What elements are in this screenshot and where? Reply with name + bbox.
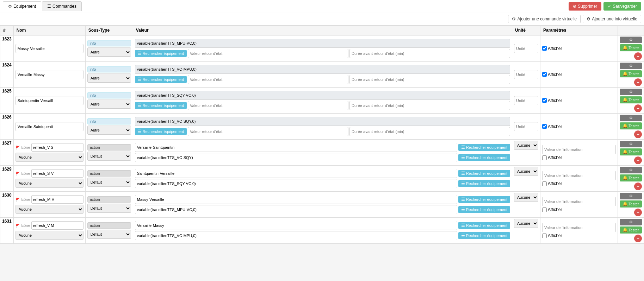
afficher-checkbox-1623[interactable] (542, 46, 547, 51)
nom-input-1626[interactable] (16, 122, 83, 131)
config-btn-1631[interactable]: ⚙ (620, 219, 642, 225)
duree-retour-input-1626[interactable] (349, 127, 510, 136)
afficher-label-1629[interactable]: Afficher (542, 181, 616, 186)
nom-select-1629[interactable]: Aucune (16, 179, 83, 188)
nom-input-1624[interactable] (16, 70, 83, 79)
remove-btn-1631[interactable]: − (634, 235, 642, 242)
config-btn-1630[interactable]: ⚙ (620, 193, 642, 199)
config-btn-1623[interactable]: ⚙ (620, 37, 642, 43)
unite-select-1627[interactable]: Aucune (514, 141, 538, 150)
valeur-top-input-1625[interactable] (135, 91, 510, 100)
nom-input-1623[interactable] (16, 44, 83, 53)
valeur-top-input-1624[interactable] (135, 65, 510, 74)
config-btn-1625[interactable]: ⚙ (620, 89, 642, 95)
search-equip-btn-1626[interactable]: ☰ Rechercher équipement (135, 128, 187, 135)
unite-select-1631[interactable]: Aucune (514, 219, 538, 228)
soustype-select-1623[interactable]: Autre (87, 47, 131, 57)
afficher-label-1627[interactable]: Afficher (542, 155, 616, 160)
unite-select-1629[interactable]: Aucune (514, 167, 538, 176)
valeur-top-input-1630[interactable] (135, 195, 457, 204)
remove-btn-1623[interactable]: − (634, 52, 642, 60)
valeur-info-input-1627[interactable] (542, 145, 616, 154)
search-equip-btn-1627-top[interactable]: ☰ Rechercher équipement (458, 144, 510, 151)
afficher-label-1625[interactable]: Afficher (542, 98, 616, 103)
add-virtual-info-button[interactable]: ⚙ Ajouter une info virtuelle (583, 15, 641, 23)
test-btn-1624[interactable]: 🔔 Tester (620, 70, 642, 77)
afficher-checkbox-label-1623[interactable]: Afficher (542, 46, 616, 51)
test-btn-1630[interactable]: 🔔 Tester (620, 200, 642, 207)
valeur-retour-input-1625[interactable] (188, 101, 348, 110)
remove-btn-1626[interactable]: − (634, 130, 642, 138)
afficher-label-1626[interactable]: Afficher (542, 124, 616, 129)
afficher-checkbox-1626[interactable] (542, 124, 547, 129)
search-equip-btn-1624-bot[interactable]: ☰ Rechercher équipement (135, 76, 187, 83)
config-btn-1627[interactable]: ⚙ (620, 141, 642, 147)
valeur-info-input-1630[interactable] (542, 197, 616, 206)
search-equip-btn-1630-top[interactable]: ☰ Rechercher équipement (458, 196, 510, 203)
afficher-checkbox-1631[interactable] (542, 234, 547, 238)
add-virtual-command-button[interactable]: ⚙ Ajouter une commande virtuelle (508, 15, 581, 23)
valeur-bot-input-1629[interactable] (135, 179, 457, 188)
test-btn-1623[interactable]: 🔔 Tester (620, 44, 642, 51)
afficher-checkbox-1630[interactable] (542, 207, 547, 212)
config-btn-1626[interactable]: ⚙ (620, 115, 642, 121)
valeur-retour-input-1624[interactable] (188, 75, 348, 84)
search-equip-btn-1627-bot[interactable]: ☰ Rechercher équipement (458, 154, 510, 161)
soustype-select-1625[interactable]: Autre (87, 100, 131, 109)
valeur-bot-input-1630[interactable] (135, 205, 457, 214)
nom-select-1631[interactable]: Aucune (16, 231, 83, 240)
config-btn-1629[interactable]: ⚙ (620, 167, 642, 173)
test-btn-1627[interactable]: 🔔 Tester (620, 148, 642, 155)
search-equip-btn-1623-bot[interactable]: ☰ Rechercher équipement (135, 50, 187, 57)
remove-btn-1624[interactable]: − (634, 78, 642, 86)
unite-select-1630[interactable]: Aucune (514, 193, 538, 202)
remove-btn-1625[interactable]: − (634, 104, 642, 112)
test-btn-1625[interactable]: 🔔 Tester (620, 96, 642, 103)
valeur-bot-input-1627[interactable] (135, 153, 457, 162)
valeur-top-input-1629[interactable] (135, 169, 457, 178)
soustype-select-1630[interactable]: Défaut (87, 204, 131, 213)
valeur-top-input-1626[interactable] (135, 117, 510, 126)
sauvegarder-button[interactable]: ✓ Sauvegarder (603, 2, 641, 11)
afficher-label-1631[interactable]: Afficher (542, 233, 616, 238)
nom-input-1629[interactable] (31, 169, 83, 178)
afficher-label-1624[interactable]: Afficher (542, 72, 616, 77)
tab-equipement[interactable]: ⚙ Equipement (3, 1, 41, 11)
remove-btn-1627[interactable]: − (634, 157, 642, 164)
duree-retour-input-1624[interactable] (349, 75, 510, 84)
test-btn-1626[interactable]: 🔔 Tester (620, 122, 642, 129)
valeur-bot-input-1631[interactable] (135, 231, 457, 240)
unite-input-1623[interactable] (514, 44, 538, 53)
search-equip-btn-1631-bot[interactable]: ☰ Rechercher équipement (458, 232, 510, 239)
tab-commandes[interactable]: ☰ Commandes (42, 1, 82, 11)
supprimer-button[interactable]: ⊖ Supprimer (569, 2, 601, 11)
unite-input-1624[interactable] (514, 70, 538, 79)
nom-select-1627[interactable]: Aucune (16, 153, 83, 162)
soustype-select-1631[interactable]: Défaut (87, 230, 131, 239)
valeur-info-input-1631[interactable] (542, 223, 616, 232)
soustype-select-1627[interactable]: Défaut (87, 152, 131, 161)
soustype-select-1629[interactable]: Défaut (87, 178, 131, 187)
remove-btn-1630[interactable]: − (634, 209, 642, 216)
afficher-checkbox-1629[interactable] (542, 181, 547, 186)
search-equip-btn-1629-bot[interactable]: ☰ Rechercher équipement (458, 180, 510, 187)
afficher-label-1630[interactable]: Afficher (542, 207, 616, 212)
search-equip-btn-1629-top[interactable]: ☰ Rechercher équipement (458, 170, 510, 177)
search-equip-btn-1625[interactable]: ☰ Rechercher équipement (135, 102, 187, 109)
soustype-select-1626[interactable]: Autre (87, 126, 131, 135)
nom-select-1630[interactable]: Aucune (16, 205, 83, 214)
test-btn-1631[interactable]: 🔔 Tester (620, 226, 642, 234)
duree-retour-input-1623[interactable] (349, 49, 510, 58)
valeur-top-input-1627[interactable] (135, 143, 457, 152)
valeur-top-input-1631[interactable] (135, 221, 457, 230)
valeur-retour-input-1623[interactable] (188, 49, 348, 58)
config-btn-1624[interactable]: ⚙ (620, 63, 642, 69)
search-equip-btn-1630-bot[interactable]: ☰ Rechercher équipement (458, 206, 510, 213)
duree-retour-input-1625[interactable] (349, 101, 510, 110)
nom-input-1625[interactable] (16, 96, 83, 105)
test-btn-1629[interactable]: 🔔 Tester (620, 174, 642, 181)
valeur-top-input-1623[interactable] (135, 39, 510, 48)
valeur-retour-input-1626[interactable] (188, 127, 348, 136)
remove-btn-1629[interactable]: − (634, 183, 642, 190)
valeur-info-input-1629[interactable] (542, 171, 616, 180)
